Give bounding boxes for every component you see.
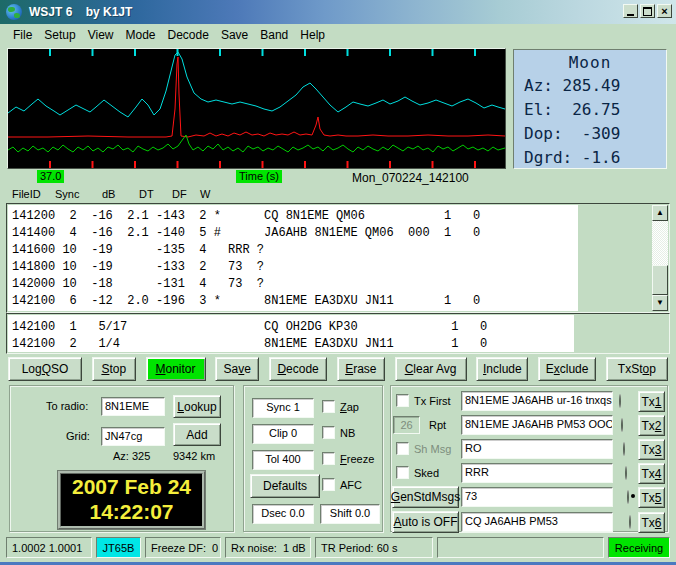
scrollbar-thumb[interactable]	[652, 265, 668, 295]
clock-time: 14:22:07	[61, 499, 202, 524]
menu-save[interactable]: Save	[215, 26, 254, 44]
defaults-button[interactable]: Defaults	[250, 474, 320, 498]
tx5-button[interactable]: Tx5	[638, 487, 665, 508]
tx4-message-input[interactable]: RRR	[461, 463, 613, 483]
monitor-button[interactable]: Monitor	[146, 357, 206, 381]
decoded-line: 141600 10 -19 -135 4 RRR ?	[12, 242, 578, 259]
time-axis-label: Time (s)	[236, 170, 282, 183]
status-receiving: Receiving	[608, 537, 670, 558]
utc-clock-display: 2007 Feb 24 14:22:07	[58, 471, 205, 529]
zap-checkbox[interactable]	[322, 400, 335, 413]
scroll-up-icon: ▲	[656, 209, 664, 217]
status-freeze-df-0: Freeze DF: 0	[145, 537, 221, 558]
title-bar[interactable]: WSJT 6 by K1JT ×	[0, 0, 676, 24]
header-w: W	[200, 188, 210, 200]
txstop-button[interactable]: TxStop	[606, 357, 668, 381]
sked-checkbox[interactable]	[396, 466, 409, 479]
decode-button[interactable]: Decode	[269, 357, 327, 381]
menu-help[interactable]: Help	[294, 26, 331, 44]
tx-first-label: Tx First	[414, 395, 451, 407]
log-qso-button[interactable]: Log QSO	[8, 357, 82, 381]
scroll-up-button[interactable]: ▲	[652, 205, 668, 221]
lookup-button[interactable]: Lookup	[173, 395, 221, 418]
rpt-value-box: 26	[393, 416, 420, 434]
decoded-line: 142100 2 1/4 8N1EME EA3DXU JN11 1 0	[12, 336, 574, 352]
maximize-icon	[643, 7, 652, 16]
tx4-button[interactable]: Tx4	[638, 463, 665, 484]
tx3-message-input[interactable]: RO	[461, 439, 613, 459]
erase-button[interactable]: Erase	[337, 357, 385, 381]
scroll-down-button[interactable]: ▼	[652, 295, 668, 311]
tx1-button[interactable]: Tx1	[638, 391, 665, 412]
gen-std-msgs-button[interactable]: GenStdMsgs	[392, 486, 459, 508]
freeze-label: Freeze	[340, 453, 374, 465]
tx6-button[interactable]: Tx6	[638, 512, 665, 533]
to-radio-input[interactable]: 8N1EME	[101, 397, 165, 416]
tx4-radio[interactable]	[625, 466, 627, 480]
azimuth-value: Az: 325	[113, 450, 150, 462]
menu-setup[interactable]: Setup	[38, 26, 81, 44]
status-rx-noise-1-db: Rx noise: 1 dB	[225, 537, 311, 558]
maximize-button[interactable]	[640, 4, 655, 18]
menu-mode[interactable]: Mode	[120, 26, 162, 44]
tx-first-checkbox[interactable]	[396, 394, 409, 407]
spectrum-display[interactable]	[7, 48, 506, 169]
decoded-line: 142100 1 5/17 CQ OH2DG KP30 1 0	[12, 319, 574, 336]
scale-value-label: 37.0	[37, 170, 64, 183]
sh-msg-checkbox[interactable]	[396, 442, 409, 455]
tx5-message-input[interactable]: 73	[461, 487, 613, 507]
tx3-radio[interactable]	[623, 442, 625, 456]
minimize-button[interactable]	[623, 4, 638, 18]
add-button[interactable]: Add	[173, 423, 221, 446]
average-text[interactable]: 142100 1 5/17 CQ OH2DG KP30 1 0142100 2 …	[8, 315, 574, 352]
status-bar: 1.0002 1.0001JT65BFreeze DF: 0Rx noise: …	[6, 537, 670, 558]
dsec-control[interactable]: Dsec 0.0	[252, 504, 314, 524]
close-button[interactable]: ×	[657, 4, 672, 18]
sync-control[interactable]: Sync 1	[252, 398, 314, 418]
decoded-line: 142100 6 -12 2.0 -196 3 * 8N1EME EA3DXU …	[12, 293, 578, 310]
decode-scrollbar[interactable]: ▲ ▼	[652, 205, 668, 311]
tx6-radio[interactable]	[629, 515, 631, 529]
recording-filename-label: Mon_070224_142100	[352, 171, 469, 185]
menu-file[interactable]: File	[7, 26, 38, 44]
menu-band[interactable]: Band	[254, 26, 294, 44]
menu-decode[interactable]: Decode	[162, 26, 215, 44]
shift-control[interactable]: Shift 0.0	[320, 504, 380, 524]
decode-text[interactable]: 141200 2 -16 2.1 -143 2 * CQ 8N1EME QM06…	[8, 205, 578, 311]
tx1-radio[interactable]	[619, 394, 621, 408]
tx2-message-input[interactable]: 8N1EME JA6AHB PM53 OOO	[461, 415, 613, 435]
moon-degradation: Dgrd: -1.6	[514, 146, 666, 170]
tx6-message-input[interactable]: CQ JA6AHB PM53	[461, 512, 613, 532]
main-toolbar: Log QSOStopMonitorSaveDecodeEraseClear A…	[8, 357, 668, 381]
header-df: DF	[172, 188, 187, 200]
to-radio-label: To radio:	[46, 400, 88, 412]
menu-view[interactable]: View	[82, 26, 120, 44]
exclude-button[interactable]: Exclude	[538, 357, 596, 381]
status-jt65b: JT65B	[96, 537, 141, 558]
freeze-checkbox[interactable]	[322, 452, 335, 465]
tx2-button[interactable]: Tx2	[638, 415, 665, 436]
include-button[interactable]: Include	[476, 357, 528, 381]
globe-app-icon	[6, 4, 22, 20]
tx5-radio[interactable]	[627, 490, 629, 504]
rpt-label: Rpt	[429, 419, 446, 431]
save-button[interactable]: Save	[215, 357, 259, 381]
auto-button[interactable]: Auto is OFF	[392, 511, 459, 533]
sh-msg-label: Sh Msg	[414, 443, 451, 455]
nb-checkbox[interactable]	[322, 426, 335, 439]
scrollbar-track[interactable]	[652, 221, 668, 295]
afc-checkbox[interactable]	[322, 478, 335, 491]
clear-avg-button[interactable]: Clear Avg	[395, 357, 467, 381]
clip-control[interactable]: Clip 0	[252, 424, 314, 444]
moon-elevation: El: 26.75	[514, 98, 666, 122]
spectrum-noise	[8, 135, 505, 152]
clock-date: 2007 Feb 24	[61, 474, 202, 499]
grid-input[interactable]: JN47cg	[101, 427, 165, 446]
status-spacer	[437, 537, 604, 558]
grid-label: Grid:	[66, 430, 90, 442]
stop-button[interactable]: Stop	[92, 357, 136, 381]
tol-control[interactable]: Tol 400	[252, 450, 314, 470]
tx2-radio[interactable]	[621, 418, 623, 432]
tx3-button[interactable]: Tx3	[638, 439, 665, 460]
tx1-message-input[interactable]: 8N1EME JA6AHB ur-16 tnxqso	[461, 391, 613, 411]
